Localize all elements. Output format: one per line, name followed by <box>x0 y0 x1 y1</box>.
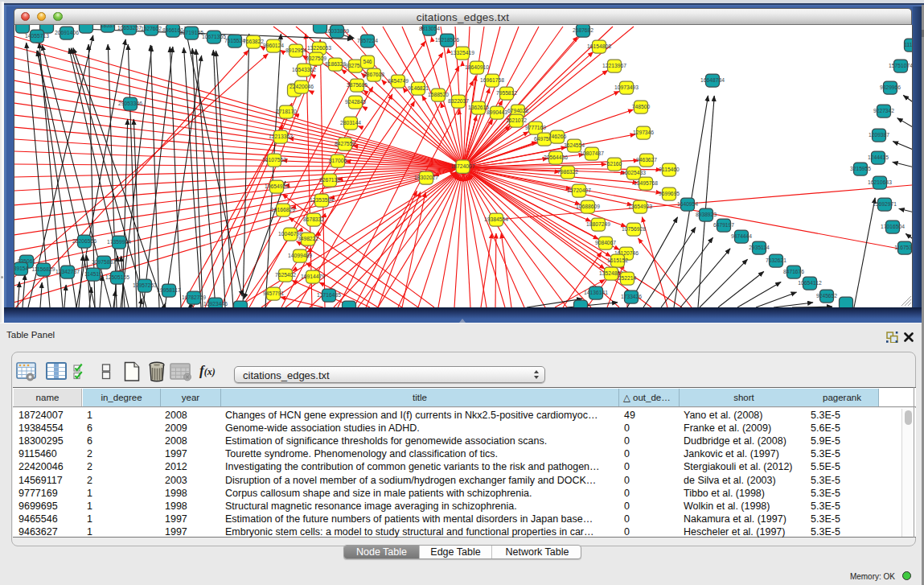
svg-text:2718170: 2718170 <box>276 109 297 114</box>
svg-text:15720407: 15720407 <box>567 187 591 193</box>
svg-text:8454749: 8454749 <box>388 78 409 84</box>
svg-text:3215955: 3215955 <box>850 166 871 171</box>
svg-text:7955812: 7955812 <box>496 90 517 96</box>
svg-text:18302027: 18302027 <box>414 175 438 180</box>
svg-text:817006: 817006 <box>329 158 347 163</box>
svg-text:13654923: 13654923 <box>628 204 652 209</box>
svg-text:7625402: 7625402 <box>275 272 296 278</box>
svg-text:9777169: 9777169 <box>525 125 546 130</box>
svg-text:30975887: 30975887 <box>92 259 116 265</box>
svg-text:9146821: 9146821 <box>408 85 429 91</box>
svg-text:1615152: 1615152 <box>607 257 628 263</box>
svg-text:16648784: 16648784 <box>700 77 725 83</box>
svg-text:8678332: 8678332 <box>303 216 324 222</box>
svg-text:13495768: 13495768 <box>634 180 658 186</box>
svg-text:12342737: 12342737 <box>55 269 80 274</box>
svg-text:9463627: 9463627 <box>636 157 657 163</box>
svg-text:10688609: 10688609 <box>576 204 600 209</box>
svg-text:10025433: 10025433 <box>622 170 646 175</box>
svg-text:29053346: 29053346 <box>118 101 142 106</box>
svg-text:14055713: 14055713 <box>25 33 49 39</box>
svg-text:16914479: 16914479 <box>301 274 325 279</box>
svg-text:10653257: 10653257 <box>117 25 142 31</box>
svg-text:1297346: 1297346 <box>633 130 654 135</box>
svg-text:8186328: 8186328 <box>325 61 346 67</box>
svg-text:9699695: 9699695 <box>659 191 680 196</box>
svg-text:19654923: 19654923 <box>265 183 289 189</box>
svg-text:10973493: 10973493 <box>614 84 639 90</box>
svg-text:8938923: 8938923 <box>696 212 717 217</box>
svg-text:7986322: 7986322 <box>557 169 578 175</box>
svg-text:17957253: 17957253 <box>133 282 157 288</box>
svg-text:1640954: 1640954 <box>677 201 698 207</box>
svg-text:10719155: 10719155 <box>179 30 203 35</box>
svg-text:12213967: 12213967 <box>602 63 626 68</box>
svg-text:16210643: 16210643 <box>868 179 892 185</box>
svg-text:18537: 18537 <box>101 25 116 28</box>
svg-text:22420046: 22420046 <box>290 84 314 89</box>
svg-text:8912954: 8912954 <box>285 47 306 53</box>
svg-text:1621072: 1621072 <box>506 117 527 123</box>
svg-text:17359924: 17359924 <box>107 239 131 245</box>
svg-text:746266: 746266 <box>548 134 567 139</box>
svg-text:20564436: 20564436 <box>544 154 568 160</box>
svg-text:9474444: 9474444 <box>731 233 752 239</box>
svg-text:10923446: 10923446 <box>203 301 228 307</box>
svg-text:12505155: 12505155 <box>105 274 129 280</box>
svg-text:6479197: 6479197 <box>713 222 734 228</box>
svg-text:16107553: 16107553 <box>262 157 286 163</box>
svg-text:11156829: 11156829 <box>32 266 55 272</box>
svg-text:7663822: 7663822 <box>243 39 264 44</box>
svg-text:8427552: 8427552 <box>335 141 355 146</box>
svg-text:252214: 252214 <box>618 275 637 281</box>
svg-text:18640910: 18640910 <box>465 64 489 70</box>
svg-text:12213363: 12213363 <box>269 134 293 139</box>
svg-text:10807487: 10807487 <box>580 150 604 156</box>
svg-text:16154808: 16154808 <box>587 43 611 49</box>
svg-text:18807249: 18807249 <box>586 221 610 227</box>
svg-text:19166829: 19166829 <box>271 207 295 212</box>
svg-text:9115460: 9115460 <box>659 167 680 172</box>
svg-text:13226053: 13226053 <box>307 45 331 51</box>
svg-text:8267130: 8267130 <box>319 177 340 183</box>
svg-text:19384554: 19384554 <box>484 216 508 222</box>
svg-text:7632621: 7632621 <box>766 257 786 263</box>
svg-text:8322037: 8322037 <box>448 98 469 104</box>
svg-text:19218506: 19218506 <box>435 37 459 43</box>
svg-text:14099489: 14099489 <box>288 253 312 258</box>
svg-text:10671355: 10671355 <box>202 34 226 39</box>
svg-text:9327509: 9327509 <box>306 56 326 61</box>
svg-text:9084067: 9084067 <box>595 240 616 245</box>
svg-text:13716485: 13716485 <box>317 292 341 298</box>
svg-text:2935114: 2935114 <box>749 245 770 250</box>
svg-text:10654112: 10654112 <box>798 280 822 286</box>
svg-text:19958117: 19958117 <box>157 287 181 293</box>
svg-text:1588520: 1588520 <box>428 92 449 97</box>
svg-text:15692971: 15692971 <box>873 201 897 207</box>
svg-text:9227342: 9227342 <box>873 108 894 113</box>
svg-text:1527602: 1527602 <box>141 26 162 31</box>
svg-text:1167533: 1167533 <box>894 245 912 250</box>
svg-text:9245652: 9245652 <box>816 293 837 299</box>
svg-text:2803144: 2803144 <box>340 120 361 126</box>
svg-text:114519: 114519 <box>84 271 102 277</box>
svg-text:3498222: 3498222 <box>298 236 318 241</box>
svg-text:1733426: 1733426 <box>621 294 642 299</box>
svg-text:6794028: 6794028 <box>507 108 528 113</box>
svg-text:20206556: 20206556 <box>72 238 97 244</box>
svg-text:546: 546 <box>363 59 372 64</box>
svg-text:13325419: 13325419 <box>450 50 474 56</box>
svg-text:20691406: 20691406 <box>55 30 79 35</box>
svg-text:12353594: 12353594 <box>310 197 334 203</box>
svg-text:15751074: 15751074 <box>889 63 912 68</box>
svg-text:62160: 62160 <box>607 161 622 167</box>
svg-text:2867608: 2867608 <box>363 72 384 77</box>
svg-text:8471676: 8471676 <box>783 269 804 274</box>
svg-text:748500: 748500 <box>632 104 651 109</box>
svg-text:9960124: 9960124 <box>263 43 284 48</box>
svg-text:3875685: 3875685 <box>347 82 368 88</box>
svg-text:9242845: 9242845 <box>345 99 366 105</box>
svg-text:39154: 39154 <box>14 266 29 271</box>
svg-text:11124: 11124 <box>904 42 912 47</box>
svg-text:16033809: 16033809 <box>325 28 349 34</box>
